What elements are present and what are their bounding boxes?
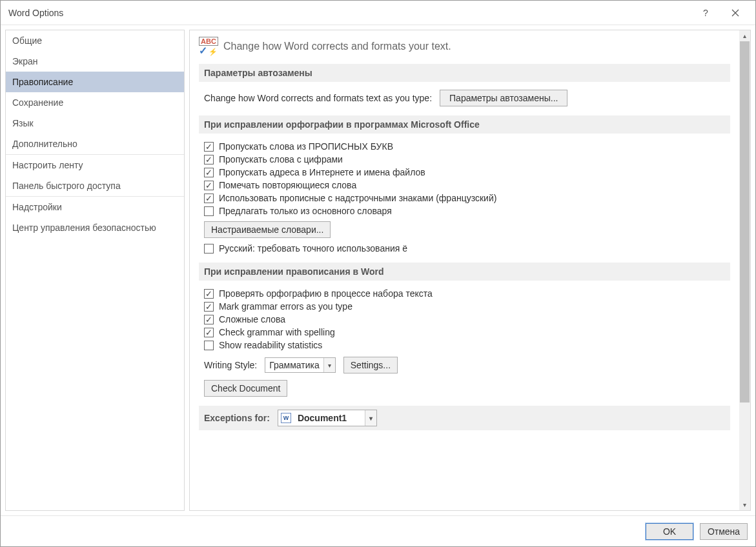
page-header-text: Change how Word corrects and formats you… [223, 41, 451, 52]
label-grammar-with-spelling: Check grammar with spelling [219, 327, 335, 337]
checkbox-mark-grammar[interactable] [204, 302, 214, 312]
sidebar-item-advanced[interactable]: Дополнительно [6, 134, 184, 154]
help-button[interactable]: ? [691, 3, 720, 23]
close-button[interactable] [720, 3, 750, 23]
abc-check-icon: ABC✓⚡ [199, 37, 218, 56]
sidebar-item-customize-ribbon[interactable]: Настроить ленту [6, 155, 184, 175]
section-exceptions-head: Exceptions for: W Document1 ▾ [199, 406, 730, 430]
label-french-accent: Использовать прописные с надстрочными зн… [219, 193, 496, 203]
checkbox-ignore-urls[interactable] [204, 168, 214, 177]
sidebar-item-language[interactable]: Язык [6, 113, 184, 134]
sidebar-item-display[interactable]: Экран [6, 51, 184, 72]
label-check-spelling-typing: Проверять орфографию в процессе набора т… [219, 288, 433, 299]
titlebar: Word Options ? [1, 1, 755, 25]
word-document-icon: W [281, 413, 291, 423]
checkbox-ignore-numbers[interactable] [204, 155, 214, 164]
chevron-down-icon: ▾ [365, 410, 376, 426]
sidebar-item-proofing[interactable]: Правописание [6, 72, 184, 92]
label-readability-stats: Show readability statistics [219, 340, 322, 350]
section-office-spelling-head: При исправлении орфографии в программах … [199, 115, 730, 134]
writing-style-settings-button[interactable]: Settings... [343, 357, 398, 373]
label-main-dictionary-only: Предлагать только из основного словаря [219, 206, 392, 216]
sidebar: Общие Экран Правописание Сохранение Язык… [5, 30, 185, 511]
checkbox-french-accent[interactable] [204, 194, 214, 203]
checkbox-flag-repeated[interactable] [204, 181, 214, 190]
main-panel: ABC✓⚡ Change how Word corrects and forma… [189, 30, 751, 511]
label-flag-repeated: Помечать повторяющиеся слова [219, 180, 356, 190]
sidebar-item-quick-access[interactable]: Панель быстрого доступа [6, 175, 184, 196]
sidebar-item-addins[interactable]: Надстройки [6, 197, 184, 217]
autocorrect-desc: Change how Word corrects and formats tex… [204, 93, 432, 103]
cancel-button[interactable]: Отмена [700, 523, 748, 540]
main-content: ABC✓⚡ Change how Word corrects and forma… [190, 30, 739, 510]
section-word-proofing-head: При исправлении правописания в Word [199, 263, 730, 281]
label-russian-yo: Русский: требовать точного использования… [219, 243, 407, 254]
ok-button[interactable]: OK [646, 523, 693, 540]
checkbox-compound-words[interactable] [204, 315, 214, 324]
label-compound-words: Сложные слова [219, 314, 285, 324]
check-document-button[interactable]: Check Document [204, 380, 287, 397]
checkbox-russian-yo[interactable] [204, 244, 214, 254]
writing-style-value: Грамматика [265, 360, 323, 370]
sidebar-item-trust-center[interactable]: Центр управления безопасностью [6, 217, 184, 238]
section-autocorrect-head: Параметры автозамены [199, 64, 730, 82]
checkbox-main-dictionary-only[interactable] [204, 206, 214, 216]
dialog-body: Общие Экран Правописание Сохранение Язык… [1, 25, 755, 515]
dialog-footer: OK Отмена [1, 515, 755, 546]
writing-style-label: Writing Style: [204, 360, 257, 370]
window-title: Word Options [8, 8, 691, 18]
label-ignore-numbers: Пропускать слова с цифрами [219, 154, 343, 164]
autocorrect-options-button[interactable]: Параметры автозамены... [440, 90, 567, 106]
word-options-window: Word Options ? Общие Экран Правописание … [0, 0, 756, 547]
vertical-scrollbar[interactable]: ▴ ▾ [739, 30, 750, 510]
checkbox-grammar-with-spelling[interactable] [204, 328, 214, 337]
label-ignore-uppercase: Пропускать слова из ПРОПИСНЫХ БУКВ [219, 141, 393, 152]
page-header: ABC✓⚡ Change how Word corrects and forma… [199, 37, 730, 56]
sidebar-item-general[interactable]: Общие [6, 30, 184, 51]
custom-dictionaries-button[interactable]: Настраиваемые словари... [204, 221, 331, 238]
checkbox-check-spelling-typing[interactable] [204, 289, 214, 299]
chevron-down-icon: ▾ [323, 358, 335, 372]
label-mark-grammar: Mark grammar errors as you type [219, 301, 352, 312]
label-ignore-urls: Пропускать адреса в Интернете и имена фа… [219, 167, 425, 177]
sidebar-item-save[interactable]: Сохранение [6, 92, 184, 113]
exceptions-document-value: Document1 [294, 413, 365, 423]
checkbox-ignore-uppercase[interactable] [204, 142, 214, 152]
scroll-thumb[interactable] [740, 41, 750, 403]
scroll-down-arrow-icon[interactable]: ▾ [739, 499, 750, 510]
checkbox-readability-stats[interactable] [204, 341, 214, 350]
exceptions-document-select[interactable]: W Document1 ▾ [278, 410, 377, 426]
writing-style-select[interactable]: Грамматика ▾ [265, 357, 336, 373]
autocorrect-row: Change how Word corrects and formats tex… [204, 90, 730, 106]
scroll-up-arrow-icon[interactable]: ▴ [739, 30, 750, 41]
exceptions-label: Exceptions for: [204, 413, 270, 423]
